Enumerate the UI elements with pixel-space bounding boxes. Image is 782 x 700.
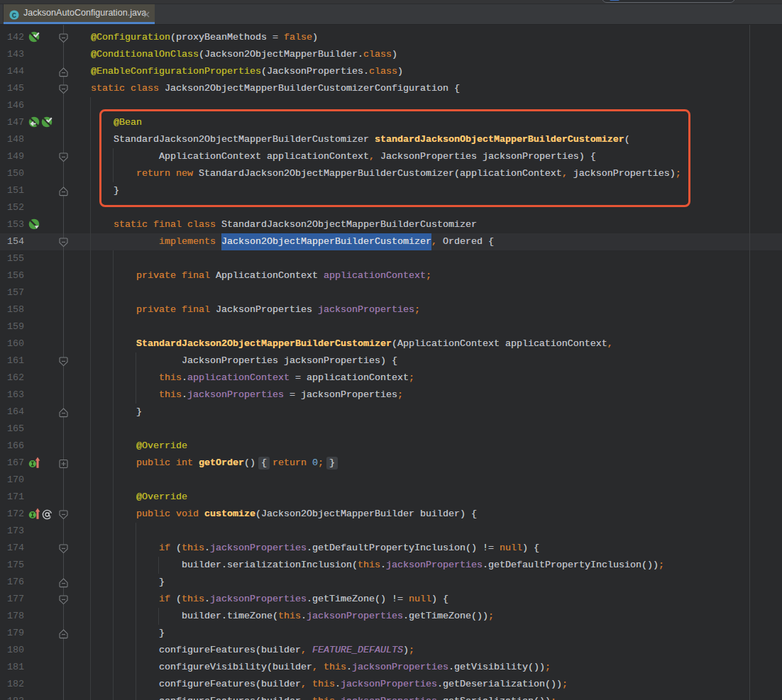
- svg-text:C: C: [12, 11, 17, 20]
